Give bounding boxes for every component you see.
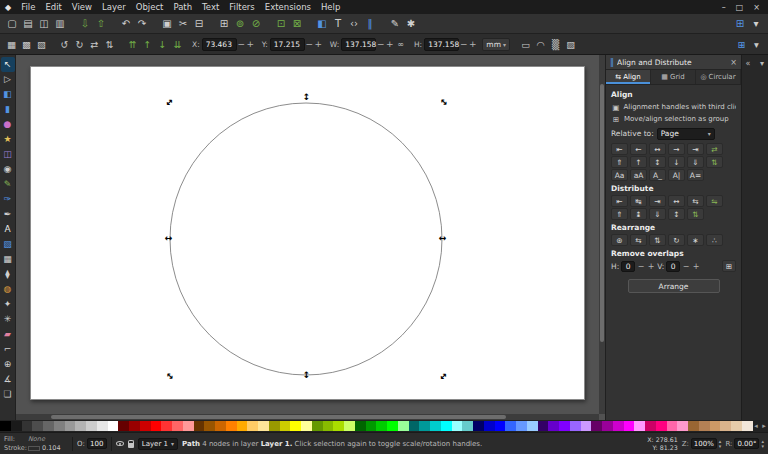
gradient-tool-button[interactable]: ▧: [1, 237, 15, 252]
text-baseline-vertical-button[interactable]: aA: [630, 169, 647, 181]
palette-swatch[interactable]: [667, 421, 678, 431]
center-on-vertical-axis-button[interactable]: ↔: [649, 143, 666, 155]
palette-swatch[interactable]: [452, 421, 463, 431]
spray-tool-button[interactable]: ✳: [1, 312, 15, 327]
equal-horizontal-gaps-button[interactable]: ↔: [668, 195, 685, 207]
tab-align[interactable]: ⇆Align: [606, 70, 651, 84]
select-all-button[interactable]: ▦: [4, 37, 19, 52]
align-baseline-button[interactable]: A_: [649, 169, 666, 181]
dock-menu-button[interactable]: ▾: [757, 59, 767, 69]
document-properties-button[interactable]: ✎: [387, 16, 403, 32]
palette-swatch[interactable]: [484, 421, 495, 431]
fill-stroke-dialog-button[interactable]: ◧: [314, 16, 330, 32]
new-document-button[interactable]: ▢: [4, 16, 20, 32]
overlap-v-input[interactable]: 0: [666, 261, 680, 272]
ellipse-tool-button[interactable]: ●: [1, 117, 15, 132]
palette-swatch[interactable]: [613, 421, 624, 431]
scale-pattern-toggle[interactable]: ▨: [563, 37, 578, 52]
rotate-handle-bottom-left[interactable]: [165, 372, 174, 381]
vertical-scrollbar[interactable]: [599, 55, 605, 414]
unclump-button[interactable]: ∴: [706, 234, 723, 246]
ungroup-button[interactable]: ⊠: [289, 16, 305, 32]
palette-scroll-left-button[interactable]: ◂: [752, 421, 760, 431]
palette-swatch[interactable]: [269, 421, 280, 431]
exchange-stacking-order-button[interactable]: ⇅: [649, 234, 666, 246]
palette-swatch[interactable]: [570, 421, 581, 431]
text-baseline-horizontal-button[interactable]: Aa: [611, 169, 628, 181]
menu-layer[interactable]: Layer: [97, 2, 131, 12]
palette-swatch[interactable]: [0, 421, 11, 431]
zoom-input[interactable]: 100%: [691, 438, 717, 449]
menu-text[interactable]: Text: [197, 2, 224, 12]
rotate-cw-button[interactable]: ↻: [72, 37, 87, 52]
skew-handle-bottom[interactable]: [302, 371, 311, 380]
preferences-button[interactable]: ✱: [403, 16, 419, 32]
import-button[interactable]: ⇩: [77, 16, 93, 32]
palette-swatch[interactable]: [688, 421, 699, 431]
y-decrement-button[interactable]: −: [305, 38, 314, 51]
measure-tool-button[interactable]: ∡: [1, 372, 15, 387]
menu-view[interactable]: View: [67, 2, 97, 12]
lower-button[interactable]: ↓: [155, 37, 170, 52]
group-button[interactable]: ⊡: [273, 16, 289, 32]
snap-controls-button[interactable]: ⊞: [732, 16, 748, 32]
palette-swatch[interactable]: [376, 421, 387, 431]
x-input[interactable]: 73.463: [202, 38, 237, 51]
palette-swatch[interactable]: [151, 421, 162, 431]
align-bottom-edge-anchor-button[interactable]: ⇓: [687, 156, 704, 168]
palette-swatch[interactable]: [54, 421, 65, 431]
palette-swatch[interactable]: [548, 421, 559, 431]
cut-button[interactable]: ✂: [175, 16, 191, 32]
alignment-handles-option[interactable]: ▣ Alignment handles with third click: [611, 101, 736, 113]
menu-extensions[interactable]: Extensions: [260, 2, 316, 12]
palette-swatch[interactable]: [215, 421, 226, 431]
scale-stroke-toggle[interactable]: ▭: [518, 37, 533, 52]
palette-swatch[interactable]: [65, 421, 76, 431]
palette-swatch[interactable]: [538, 421, 549, 431]
fill-stroke-indicator[interactable]: Fill: None Stroke: 0.104: [4, 435, 68, 452]
snapping-toggle[interactable]: ⊞: [734, 37, 749, 52]
flip-vertical-button[interactable]: ⇅: [102, 37, 117, 52]
palette-swatch[interactable]: [194, 421, 205, 431]
palette-swatch[interactable]: [516, 421, 527, 431]
rotate-handle-top-right[interactable]: [439, 98, 448, 107]
height-increment-button[interactable]: +: [468, 38, 477, 51]
rotation-decrease-button[interactable]: ▾: [761, 444, 764, 449]
palette-swatch[interactable]: [591, 421, 602, 431]
raise-to-top-button[interactable]: ⇈: [125, 37, 140, 52]
selector-tool-button[interactable]: ↖: [1, 57, 15, 72]
snap-options-button[interactable]: ▾: [748, 16, 764, 32]
save-document-button[interactable]: ◫: [36, 16, 52, 32]
canvas[interactable]: [16, 55, 605, 420]
palette-swatch[interactable]: [301, 421, 312, 431]
distribute-horizontal-centers-button[interactable]: ↹: [630, 195, 647, 207]
height-input[interactable]: 137.158: [424, 38, 459, 51]
tab-grid[interactable]: ▦Grid: [651, 70, 696, 84]
palette-swatch[interactable]: [108, 421, 119, 431]
panel-close-button[interactable]: ×: [730, 58, 737, 67]
calligraphy-tool-button[interactable]: ✒: [1, 207, 15, 222]
box3d-tool-button[interactable]: ◫: [1, 147, 15, 162]
duplicate-button[interactable]: ⊞: [216, 16, 232, 32]
overlap-h-decrement-button[interactable]: −: [637, 262, 645, 271]
palette-swatch[interactable]: [430, 421, 441, 431]
palette-swatch[interactable]: [129, 421, 140, 431]
rotate-handle-bottom-right[interactable]: [439, 372, 448, 381]
tab-circular[interactable]: ◎Circular: [696, 70, 741, 84]
scale-gradient-toggle[interactable]: ▒: [548, 37, 563, 52]
text-tool-button[interactable]: A: [1, 222, 15, 237]
height-decrement-button[interactable]: −: [459, 38, 468, 51]
y-increment-button[interactable]: +: [314, 38, 323, 51]
overlap-v-decrement-button[interactable]: −: [682, 262, 690, 271]
palette-swatch[interactable]: [441, 421, 452, 431]
palette-swatch[interactable]: [656, 421, 667, 431]
panel-header[interactable]: ‖ Align and Distribute ×: [606, 55, 741, 70]
center-on-horizontal-axis-button[interactable]: ↕: [649, 156, 666, 168]
palette-swatch[interactable]: [387, 421, 398, 431]
palette-swatch[interactable]: [140, 421, 151, 431]
align-left-edges-button[interactable]: ←: [630, 143, 647, 155]
palette-swatch[interactable]: [280, 421, 291, 431]
opacity-input[interactable]: 100: [87, 438, 107, 449]
palette-swatch[interactable]: [312, 421, 323, 431]
palette-swatch[interactable]: [677, 421, 688, 431]
